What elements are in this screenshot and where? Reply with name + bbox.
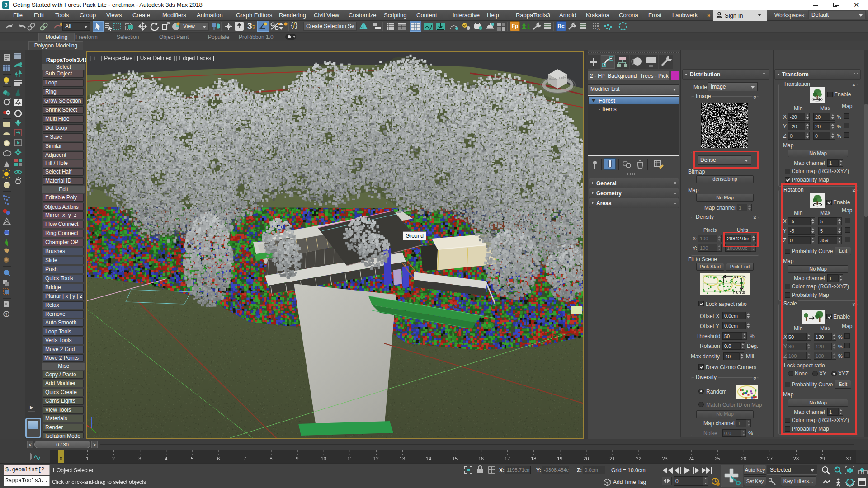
svg-text:?: ? — [5, 312, 8, 317]
svg-text:A: A — [597, 27, 600, 31]
